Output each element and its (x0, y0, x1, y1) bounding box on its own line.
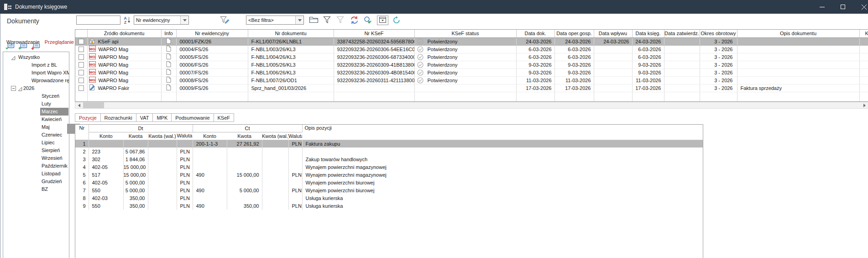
pos-cell-dt_kwota_wal[interactable] (148, 179, 177, 186)
pos-cell-dt_waluta[interactable]: PLN (177, 155, 193, 163)
pos-cell-dt_kwota[interactable]: 1 844,06 (123, 155, 148, 163)
pos-cell-nr[interactable]: 6 (75, 179, 89, 186)
doc-cell-nr_ewidencyjny[interactable]: 00008/FS/26 (176, 76, 248, 84)
tree-item-luty[interactable]: Luty (3, 100, 69, 108)
doc-cell-data_dok[interactable]: 9-03-2026 (516, 61, 554, 68)
doc-cell-data_dok[interactable]: 11-03-2026 (516, 76, 554, 84)
column-header-data_oper_gosp[interactable]: Data oper.gosp. (554, 30, 594, 37)
doc-cell-ksef-status[interactable]: Potwierdzony (414, 76, 516, 84)
doc-cell-data_ksieg[interactable]: 11-03-2026 (632, 76, 664, 84)
column-header-sel[interactable] (75, 30, 87, 37)
row-select-cell[interactable] (75, 76, 87, 84)
doc-cell-data_oper_gosp[interactable]: 17-03-2026 (554, 84, 594, 92)
doc-source-cell[interactable]: MGWAPRO Mag (87, 45, 161, 53)
tree-item-wprowadzone-r-cznie[interactable]: Wprowadzone ręcznie (3, 77, 69, 84)
column-header-nr_dokumentu[interactable]: Nr dokumentu (248, 30, 334, 37)
document-row[interactable]: MGWAPRO Mag00006/FS/26F-NBL1/005/26/KL39… (75, 61, 868, 68)
pos-cell-ct_waluta[interactable] (288, 147, 302, 155)
pos-cell-ct_kwota_wal[interactable] (262, 155, 288, 163)
refresh-red-blue-icon[interactable] (350, 16, 359, 25)
tree-item-marzec[interactable]: Marzec (3, 108, 69, 116)
doc-cell-nr_ksef[interactable]: 3387432258-20260324-5956B7800000-2E (334, 37, 414, 45)
minimize-button[interactable] (811, 0, 832, 14)
doc-cell-data_oper_gosp[interactable]: 11-03-2026 (554, 76, 594, 84)
doc-cell-nr_ewidencyjny[interactable]: 00001/FZK/26 (176, 37, 248, 45)
column-header-data_dok[interactable]: Data dok. (516, 30, 554, 37)
pos-cell-dt_waluta[interactable]: PLN (177, 202, 193, 210)
pos-cell-dt_kwota_wal[interactable] (148, 186, 177, 194)
doc-cell-nr_ksef[interactable]: 9322093236-20260306-687334000000-FA (334, 53, 414, 61)
pos-cell-ct_kwota_wal[interactable] (262, 147, 288, 155)
doc-cell-data_ksieg[interactable]: 9-03-2026 (632, 61, 664, 68)
doc-cell-okres_obrotowy[interactable]: 3 - 2026 (700, 61, 737, 68)
row-select-cell[interactable] (75, 61, 87, 68)
pos-cell-dt_kwota[interactable]: 15 000,00 (123, 163, 148, 171)
sub-header-ct-kwota_wal[interactable]: Kwota (wal.) (262, 132, 288, 140)
doc-cell-opis_dokumentu[interactable] (737, 61, 859, 68)
doc-cell-data_zatwierdz[interactable] (664, 45, 700, 53)
doc-cell-opis_dokumentu[interactable] (737, 45, 859, 53)
pos-cell-ct_kwota_wal[interactable] (262, 179, 288, 186)
pos-cell-dt_waluta[interactable]: PLN (177, 171, 193, 179)
pos-cell-ct_konto[interactable] (193, 155, 227, 163)
pos-cell-opis[interactable]: Zakup towarów handlowych (302, 155, 703, 163)
doc-cell-data_wplywu[interactable] (594, 45, 632, 53)
tree-item-kwiecie-[interactable]: Kwiecień (3, 116, 69, 123)
doc-cell-nr_dokumentu[interactable]: F-KL1/007/26/KLNBL1 (248, 37, 334, 45)
column-header-opis_dokumentu[interactable]: Opis dokumentu (737, 30, 859, 37)
doc-cell-okres_obrotowy[interactable]: 3 - 2026 (700, 68, 737, 76)
pos-cell-ct_konto[interactable] (193, 163, 227, 171)
column-header-data_ksieg[interactable]: Data księg. (632, 30, 664, 37)
pos-cell-ct_kwota_wal[interactable] (262, 186, 288, 194)
pos-cell-nr[interactable]: 8 (75, 194, 89, 202)
pos-cell-ct_kwota[interactable] (227, 147, 262, 155)
doc-cell-nr_ksef[interactable]: 9322093236-20260311-421113800000-79 (334, 76, 414, 84)
tree-item-czerwiec[interactable]: Czerwiec (3, 131, 69, 139)
doc-cell-data_ksieg[interactable]: 6-03-2026 (632, 53, 664, 61)
funnel-inactive-icon[interactable] (336, 16, 344, 25)
doc-cell-data_ksieg[interactable]: 17-03-2026 (632, 84, 664, 92)
filter-edit-icon[interactable] (220, 16, 230, 25)
tree-item-sierpie-[interactable]: Sierpień (3, 147, 69, 154)
pos-cell-dt_waluta[interactable]: PLN (177, 186, 193, 194)
doc-cell-nr_dokumentu[interactable]: F-NBL1/004/26/KL3 (248, 53, 334, 61)
pos-cell-dt_waluta[interactable]: PLN (177, 179, 193, 186)
row-select-cell[interactable] (75, 37, 87, 45)
pos-cell-ct_kwota[interactable]: 15 000,00 (227, 171, 262, 179)
doc-cell-k_truncated[interactable] (859, 68, 868, 76)
doc-cell-ksef-status[interactable] (414, 84, 516, 92)
pos-cell-ct_waluta[interactable]: PLN (288, 202, 302, 210)
doc-info-cell[interactable] (161, 53, 176, 61)
doc-cell-ksef-status[interactable]: Potwierdzony (414, 45, 516, 53)
document-row[interactable]: MGWAPRO Mag00007/FS/26F-NBL1/006/26/KL39… (75, 68, 868, 76)
pos-cell-opis[interactable]: Wynajem powierzchni magazynowej (302, 163, 703, 171)
folder-icon[interactable] (309, 16, 319, 25)
column-header-opis-pozycji[interactable]: Opis pozycji (302, 125, 703, 140)
panel-dropdown-icon[interactable] (377, 16, 388, 25)
pos-cell-ct_kwota[interactable] (227, 179, 262, 186)
search-input[interactable] (76, 16, 120, 25)
pos-cell-dt_kwota[interactable]: 5 000,00 (123, 186, 148, 194)
tree-item-grudzie-[interactable]: Grudzień (3, 178, 69, 185)
doc-cell-data_zatwierdz[interactable] (664, 76, 700, 84)
sub-header-dt-kwota[interactable]: Kwota (123, 132, 148, 140)
pos-cell-opis[interactable]: Wynajem powierzchni biurowej (302, 186, 703, 194)
pos-cell-ct_konto[interactable]: 200-1-1-3 (193, 140, 227, 147)
row-checkbox[interactable] (78, 70, 84, 75)
exclude-document-icon[interactable] (31, 43, 40, 50)
row-select-cell[interactable] (75, 84, 87, 92)
collapse-minus-icon[interactable] (11, 86, 16, 91)
doc-cell-nr_dokumentu[interactable]: F-NBL1/003/26/KL3 (248, 45, 334, 53)
pos-cell-ct_konto[interactable] (193, 179, 227, 186)
row-checkbox[interactable] (78, 85, 84, 91)
doc-cell-nr_dokumentu[interactable]: F-NBL1/007/26/OD1 (248, 76, 334, 84)
doc-cell-data_wplywu[interactable] (594, 53, 632, 61)
tab-przegladanie[interactable]: Przeglądanie (45, 39, 74, 45)
doc-cell-okres_obrotowy[interactable]: 3 - 2026 (700, 45, 737, 53)
doc-cell-opis_dokumentu[interactable] (737, 68, 859, 76)
pos-cell-nr[interactable]: 1 (75, 140, 89, 147)
doc-cell-data_oper_gosp[interactable]: 6-03-2026 (554, 45, 594, 53)
tab-ksef[interactable]: KSeF (214, 113, 235, 122)
column-header-nr_ksef[interactable]: Nr KSeF (334, 30, 414, 37)
doc-cell-data_zatwierdz[interactable] (664, 37, 700, 45)
